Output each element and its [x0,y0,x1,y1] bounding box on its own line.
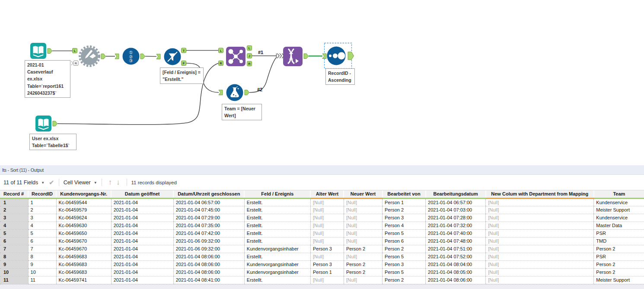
output-anchor[interactable] [348,52,354,60]
table-cell[interactable]: Erstellt. [244,229,310,237]
table-cell[interactable]: 2021-01-06 09:32:00 [173,237,244,245]
table-cell[interactable]: Person 3 [310,245,344,253]
union-tool[interactable] [277,47,309,66]
table-cell[interactable]: Person 2 [594,260,644,268]
table-cell[interactable]: 2021-01-04 [111,229,173,237]
table-cell[interactable]: Kc-06459670 [56,237,111,245]
table-cell[interactable]: Kc-06459683 [56,260,111,268]
next-record-arrow-icon[interactable]: ↓ [116,178,120,187]
table-cell[interactable]: PSR [594,229,644,237]
column-header[interactable]: Kundenvorgangs-Nr. [56,190,111,198]
annotation-sort[interactable]: RecordID - Ascending [325,68,355,85]
table-cell[interactable]: [Null] [486,260,594,268]
output-anchor-t[interactable]: T [182,48,186,53]
table-cell[interactable]: 2 [28,206,56,214]
table-cell[interactable]: [Null] [344,206,382,214]
table-cell[interactable]: PSR [594,253,644,260]
table-cell[interactable]: 2021-01-04 07:52:00 [426,253,486,260]
table-cell[interactable]: 2021-01-06 09:32:00 [173,245,244,253]
connection-formula-union[interactable] [249,57,277,93]
table-cell[interactable]: Person 2 [383,276,426,284]
table-cell[interactable]: [Null] [486,229,594,237]
row-number-cell[interactable]: 11 [0,276,28,284]
gear-macro-tool[interactable]: L R [71,47,106,66]
annotation-input-user[interactable]: User ex.xlsx Table=`Tabelle1$` [29,134,77,150]
table-cell[interactable]: [Null] [310,206,344,214]
multi-input-anchor[interactable] [277,54,284,58]
filter-tool[interactable]: T F [156,48,186,66]
table-cell[interactable]: Person 2 [344,268,382,276]
table-cell[interactable]: 2021-01-04 [111,198,173,206]
table-cell[interactable]: 2021-01-04 08:06:00 [173,253,244,260]
table-cell[interactable]: [Null] [310,222,344,229]
row-number-cell[interactable]: 3 [0,214,28,222]
table-cell[interactable]: [Null] [310,214,344,222]
table-cell[interactable]: Kc-06459630 [56,222,111,229]
table-cell[interactable]: 2021-01-04 07:51:00 [426,245,486,253]
output-anchor[interactable] [53,121,57,126]
table-cell[interactable]: 5 [28,229,56,237]
table-cell[interactable]: 2021-01-04 08:06:00 [173,268,244,276]
table-cell[interactable]: Meister Support [594,276,644,284]
output-anchor-j[interactable]: J [247,54,252,58]
table-cell[interactable]: Kundenvorgangsinhaber [244,245,310,253]
table-cell[interactable]: [Null] [486,222,594,229]
table-cell[interactable]: 2021-01-04 07:42:00 [173,229,244,237]
formula-tool[interactable] [219,84,249,101]
table-cell[interactable]: 2021-01-04 08:06:00 [173,260,244,268]
table-cell[interactable]: 2021-01-04 [111,276,173,284]
column-header[interactable]: Neuer Wert [344,190,382,198]
output-anchor[interactable] [101,54,106,59]
table-cell[interactable]: 4 [28,222,56,229]
column-header[interactable]: Alter Wert [310,190,344,198]
table-cell[interactable]: 2021-01-04 07:29:00 [173,214,244,222]
table-cell[interactable]: [Null] [344,276,382,284]
record-id-tool[interactable]: ① ② ③ [115,48,145,65]
table-cell[interactable]: TMD [594,237,644,245]
output-anchor[interactable] [245,90,249,95]
table-cell[interactable]: 2021-01-04 [111,222,173,229]
table-cell[interactable]: Person 5 [383,268,426,276]
fields-dropdown-caret-icon[interactable]: ▼ [41,181,45,185]
table-cell[interactable]: [Null] [344,229,382,237]
table-cell[interactable]: 2021-01-04 06:57:00 [173,198,244,206]
table-cell[interactable]: 2021-01-04 [111,268,173,276]
row-number-cell[interactable]: 4 [0,222,28,229]
table-cell[interactable]: [Null] [486,253,594,260]
table-cell[interactable]: Kc-06459624 [56,214,111,222]
table-cell[interactable]: Erstellt. [244,276,310,284]
table-cell[interactable]: 2021-01-04 [111,245,173,253]
table-cell[interactable]: 3 [28,214,56,222]
table-cell[interactable]: 2021-01-04 08:06:00 [426,276,486,284]
table-cell[interactable]: [Null] [344,253,382,260]
table-cell[interactable]: 2021-01-04 08:05:00 [426,268,486,276]
column-header[interactable]: Datum geöffnet [111,190,173,198]
table-cell[interactable]: [Null] [344,237,382,245]
table-cell[interactable]: [Null] [486,245,594,253]
table-cell[interactable]: 10 [28,268,56,276]
input-anchor-r-unconnected[interactable]: R [71,61,78,66]
input-anchor[interactable] [115,54,119,59]
table-cell[interactable]: 2021-01-04 07:03:00 [426,206,486,214]
input-anchor[interactable] [156,54,160,59]
table-cell[interactable]: Master Data [594,222,644,229]
table-cell[interactable]: Person 2 [383,245,426,253]
table-cell[interactable]: Person 5 [383,229,426,237]
table-cell[interactable]: Erstellt. [244,253,310,260]
column-header[interactable]: RecordID [28,190,56,198]
table-cell[interactable]: Erstellt. [244,222,310,229]
table-cell[interactable]: Erstellt. [244,237,310,245]
workflow-canvas[interactable]: #1 #2 L [0,0,644,165]
row-number-cell[interactable]: 8 [0,253,28,260]
table-cell[interactable]: [Null] [344,214,382,222]
cell-viewer-caret-icon[interactable]: ▼ [94,181,97,185]
table-cell[interactable]: Person 3 [383,214,426,222]
input-anchor-l[interactable]: L [73,48,77,53]
column-header[interactable]: Team [594,190,644,198]
table-cell[interactable]: [Null] [310,253,344,260]
table-cell[interactable]: 9 [28,260,56,268]
previous-record-arrow-icon[interactable]: ↑ [108,178,112,187]
column-header[interactable]: Bearbeitungsdatum [426,190,486,198]
table-cell[interactable]: [Null] [486,268,594,276]
table-cell[interactable]: Person 3 [310,260,344,268]
